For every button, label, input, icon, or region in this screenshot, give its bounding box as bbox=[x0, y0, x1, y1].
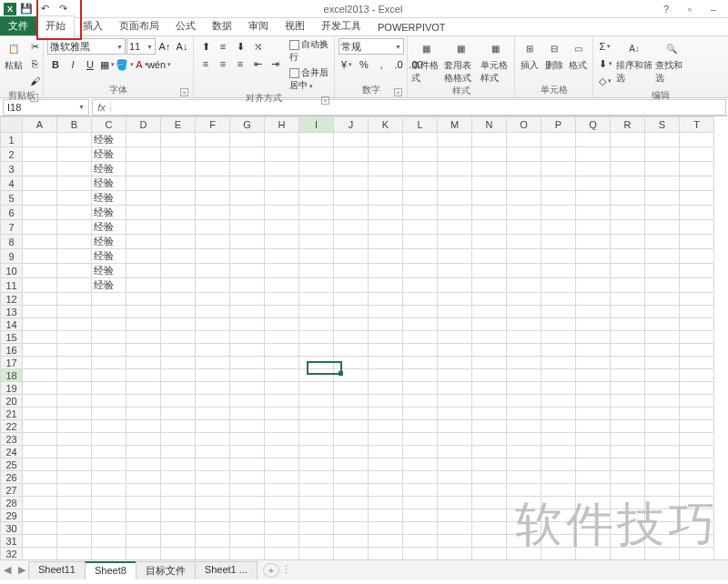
col-header-D[interactable]: D bbox=[126, 117, 161, 133]
cell-F30[interactable] bbox=[196, 522, 230, 535]
cell-A8[interactable] bbox=[23, 235, 57, 249]
tab-插入[interactable]: 插入 bbox=[75, 16, 111, 35]
cell-E5[interactable] bbox=[161, 191, 196, 206]
cell-D16[interactable] bbox=[126, 344, 161, 357]
cell-O5[interactable] bbox=[507, 191, 541, 206]
row-header-5[interactable]: 5 bbox=[1, 191, 23, 206]
cell-N22[interactable] bbox=[472, 420, 507, 433]
cell-F3[interactable] bbox=[196, 162, 230, 176]
cell-Q19[interactable] bbox=[576, 382, 611, 395]
cell-J1[interactable] bbox=[334, 133, 369, 147]
cell-T22[interactable] bbox=[680, 420, 714, 433]
row-header-10[interactable]: 10 bbox=[1, 264, 23, 278]
col-header-H[interactable]: H bbox=[265, 117, 299, 133]
cell-E24[interactable] bbox=[161, 446, 196, 458]
cell-S14[interactable] bbox=[645, 318, 680, 331]
cell-L30[interactable] bbox=[403, 522, 438, 535]
cell-M17[interactable] bbox=[438, 357, 472, 369]
cell-B29[interactable] bbox=[57, 509, 92, 522]
cell-I1[interactable] bbox=[299, 133, 334, 147]
cell-P18[interactable] bbox=[541, 369, 576, 382]
cell-E21[interactable] bbox=[161, 408, 196, 420]
cell-K31[interactable] bbox=[369, 535, 403, 548]
cell-C26[interactable] bbox=[92, 471, 126, 484]
cell-M6[interactable] bbox=[438, 206, 472, 220]
sheet-nav-prev-icon[interactable]: ◀ bbox=[0, 564, 15, 576]
cell-G31[interactable] bbox=[230, 535, 265, 548]
cell-P12[interactable] bbox=[541, 293, 576, 306]
cell-J20[interactable] bbox=[334, 395, 369, 408]
cell-N25[interactable] bbox=[472, 458, 507, 471]
cell-H23[interactable] bbox=[265, 433, 299, 446]
cell-M28[interactable] bbox=[438, 497, 472, 509]
sheet-nav-next-icon[interactable]: ▶ bbox=[15, 564, 29, 576]
cell-E14[interactable] bbox=[161, 318, 196, 331]
select-all-corner[interactable] bbox=[1, 117, 23, 133]
cell-Q28[interactable] bbox=[576, 497, 611, 509]
cell-S6[interactable] bbox=[645, 206, 680, 220]
cell-B4[interactable] bbox=[57, 176, 92, 191]
row-header-25[interactable]: 25 bbox=[1, 458, 23, 471]
cell-F23[interactable] bbox=[196, 433, 230, 446]
cell-E10[interactable] bbox=[161, 264, 196, 278]
cell-E6[interactable] bbox=[161, 206, 196, 220]
row-header-20[interactable]: 20 bbox=[1, 395, 23, 408]
cell-C27[interactable] bbox=[92, 484, 126, 497]
col-header-L[interactable]: L bbox=[403, 117, 438, 133]
dialog-launcher-icon[interactable]: ▪ bbox=[180, 88, 188, 96]
cell-N2[interactable] bbox=[472, 147, 507, 162]
cell-P16[interactable] bbox=[541, 344, 576, 357]
insert-button[interactable]: ⊞插入 bbox=[519, 38, 541, 72]
cell-K6[interactable] bbox=[369, 206, 403, 220]
cell-D6[interactable] bbox=[126, 206, 161, 220]
cell-K10[interactable] bbox=[369, 264, 403, 278]
cell-K12[interactable] bbox=[369, 293, 403, 306]
cell-I21[interactable] bbox=[299, 408, 334, 420]
cell-L3[interactable] bbox=[403, 162, 438, 176]
cell-B25[interactable] bbox=[57, 458, 92, 471]
cell-D20[interactable] bbox=[126, 395, 161, 408]
inc-decimal-icon[interactable]: .0 bbox=[390, 56, 407, 73]
cell-R8[interactable] bbox=[611, 235, 645, 249]
cell-E18[interactable] bbox=[161, 369, 196, 382]
cell-C18[interactable] bbox=[92, 369, 126, 382]
cell-C29[interactable] bbox=[92, 509, 126, 522]
cell-J15[interactable] bbox=[334, 331, 369, 344]
cell-Q23[interactable] bbox=[576, 433, 611, 446]
cell-A32[interactable] bbox=[23, 548, 57, 560]
comma-icon[interactable]: , bbox=[373, 56, 389, 73]
cell-D31[interactable] bbox=[126, 535, 161, 548]
cell-D12[interactable] bbox=[126, 293, 161, 306]
cell-T3[interactable] bbox=[680, 162, 714, 176]
cell-D7[interactable] bbox=[126, 220, 161, 235]
cell-Q21[interactable] bbox=[576, 408, 611, 420]
cell-H3[interactable] bbox=[265, 162, 299, 176]
cell-K25[interactable] bbox=[369, 458, 403, 471]
cell-M11[interactable] bbox=[438, 278, 472, 293]
cell-C31[interactable] bbox=[92, 535, 126, 548]
cell-E8[interactable] bbox=[161, 235, 196, 249]
undo-icon[interactable]: ↶ bbox=[36, 2, 53, 16]
cell-O2[interactable] bbox=[507, 147, 541, 162]
cell-I17[interactable] bbox=[299, 357, 334, 369]
cell-N28[interactable] bbox=[472, 497, 507, 509]
cell-S24[interactable] bbox=[645, 446, 680, 458]
cell-L21[interactable] bbox=[403, 408, 438, 420]
cell-N24[interactable] bbox=[472, 446, 507, 458]
cell-C30[interactable] bbox=[92, 522, 126, 535]
cell-P2[interactable] bbox=[541, 147, 576, 162]
cell-O24[interactable] bbox=[507, 446, 541, 458]
cell-N18[interactable] bbox=[472, 369, 507, 382]
cell-P19[interactable] bbox=[541, 382, 576, 395]
cell-H13[interactable] bbox=[265, 306, 299, 318]
cell-L27[interactable] bbox=[403, 484, 438, 497]
cell-F2[interactable] bbox=[196, 147, 230, 162]
cell-K8[interactable] bbox=[369, 235, 403, 249]
cell-L4[interactable] bbox=[403, 176, 438, 191]
tab-视图[interactable]: 视图 bbox=[277, 16, 313, 35]
cell-L28[interactable] bbox=[403, 497, 438, 509]
col-header-T[interactable]: T bbox=[680, 117, 714, 133]
bold-button[interactable]: B bbox=[47, 56, 64, 73]
fill-color-icon[interactable]: 🪣▾ bbox=[116, 56, 133, 73]
cell-D32[interactable] bbox=[126, 548, 161, 560]
